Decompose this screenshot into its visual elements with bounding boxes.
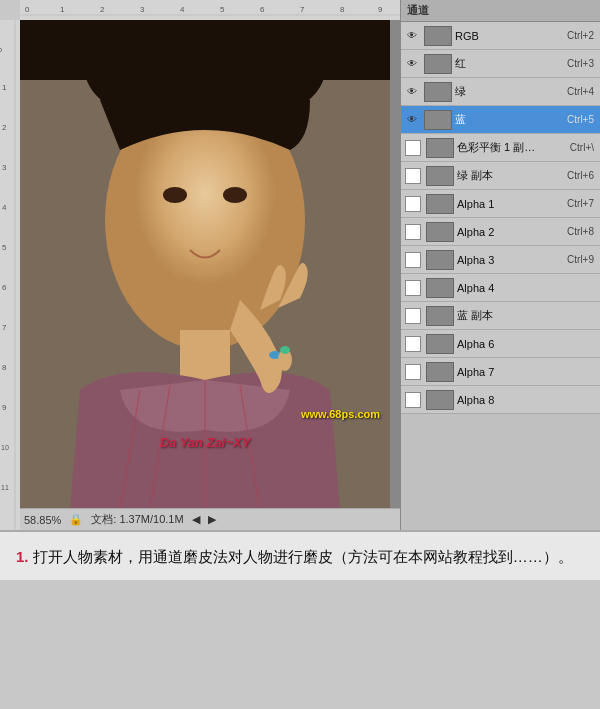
svg-text:4: 4 [2, 203, 7, 212]
channel-row-green-copy[interactable]: 绿 副本 Ctrl+6 [401, 162, 600, 190]
channel-thumb [426, 138, 454, 158]
channel-shortcut: Ctrl+3 [567, 58, 594, 69]
svg-text:9: 9 [378, 5, 383, 14]
instruction-number: 1. [16, 548, 29, 565]
panel-header: 通道 [401, 0, 600, 22]
channel-row-color-balance[interactable]: 色彩平衡 1 副… Ctrl+\ [401, 134, 600, 162]
svg-text:7: 7 [300, 5, 305, 14]
bottom-section: 1. 打开人物素材，用通道磨皮法对人物进行磨皮（方法可在本网站教程找到……）。 [0, 530, 600, 580]
svg-text:8: 8 [2, 363, 7, 372]
svg-text:0: 0 [0, 47, 4, 52]
svg-text:7: 7 [2, 323, 7, 332]
zoom-level: 58.85% [24, 514, 61, 526]
channel-row-green[interactable]: 👁 绿 Ctrl+4 [401, 78, 600, 106]
channel-name: RGB [455, 30, 567, 42]
channel-checkbox[interactable] [405, 252, 421, 268]
channel-thumb [426, 278, 454, 298]
svg-text:4: 4 [180, 5, 185, 14]
eye-icon[interactable]: 👁 [403, 83, 421, 101]
channel-row-alpha6[interactable]: Alpha 6 [401, 330, 600, 358]
top-section: 0 1 2 3 4 5 6 7 8 9 0 1 2 3 4 5 [0, 0, 600, 530]
channel-checkbox[interactable] [405, 336, 421, 352]
channel-row-alpha7[interactable]: Alpha 7 [401, 358, 600, 386]
channel-thumb [424, 110, 452, 130]
channel-checkbox[interactable] [405, 392, 421, 408]
svg-text:11: 11 [1, 484, 9, 491]
photo-container: www.68ps.com Da Yan Zai~XY [20, 20, 390, 510]
channel-checkbox[interactable] [405, 168, 421, 184]
channel-name: 蓝 [455, 112, 567, 127]
channel-row-rgb[interactable]: 👁 RGB Ctrl+2 [401, 22, 600, 50]
svg-text:9: 9 [2, 403, 7, 412]
channel-thumb [424, 26, 452, 46]
svg-text:3: 3 [2, 163, 7, 172]
channel-row-alpha8[interactable]: Alpha 8 [401, 386, 600, 414]
channel-checkbox[interactable] [405, 196, 421, 212]
channel-name: Alpha 4 [457, 282, 594, 294]
svg-text:3: 3 [140, 5, 145, 14]
channel-row-alpha1[interactable]: Alpha 1 Ctrl+7 [401, 190, 600, 218]
channel-name: Alpha 3 [457, 254, 567, 266]
channel-checkbox[interactable] [405, 308, 421, 324]
channel-thumb [426, 306, 454, 326]
channel-thumb [426, 390, 454, 410]
channel-shortcut: Ctrl+\ [570, 142, 594, 153]
channel-thumb [426, 250, 454, 270]
channel-thumb [426, 194, 454, 214]
eye-icon[interactable]: 👁 [403, 55, 421, 73]
channel-name: 蓝 副本 [457, 308, 594, 323]
nav-arrow-right[interactable]: ▶ [208, 513, 216, 526]
channel-row-alpha2[interactable]: Alpha 2 Ctrl+8 [401, 218, 600, 246]
eye-icon[interactable]: 👁 [403, 27, 421, 45]
instruction-paragraph: 1. 打开人物素材，用通道磨皮法对人物进行磨皮（方法可在本网站教程找到……）。 [16, 544, 584, 570]
channel-row-blue-copy[interactable]: 蓝 副本 [401, 302, 600, 330]
channel-shortcut: Ctrl+8 [567, 226, 594, 237]
svg-text:2: 2 [100, 5, 105, 14]
channel-checkbox[interactable] [405, 224, 421, 240]
svg-text:6: 6 [260, 5, 265, 14]
channel-shortcut: Ctrl+7 [567, 198, 594, 209]
channel-thumb [424, 82, 452, 102]
svg-text:10: 10 [1, 444, 9, 451]
site-watermark: www.68ps.com [301, 408, 380, 420]
channel-shortcut: Ctrl+6 [567, 170, 594, 181]
channel-checkbox[interactable] [405, 364, 421, 380]
channels-panel: 通道 👁 RGB Ctrl+2 👁 红 Ctrl+3 👁 绿 Ctrl+4 👁 [400, 0, 600, 530]
channel-shortcut: Ctrl+2 [567, 30, 594, 41]
file-size: 文档: 1.37M/10.1M [91, 512, 183, 527]
svg-point-30 [163, 187, 187, 203]
channel-shortcut: Ctrl+4 [567, 86, 594, 97]
svg-text:5: 5 [220, 5, 225, 14]
svg-point-40 [280, 346, 290, 354]
channel-name: 绿 [455, 84, 567, 99]
svg-point-31 [223, 187, 247, 203]
channel-row-alpha4[interactable]: Alpha 4 [401, 274, 600, 302]
svg-text:1: 1 [2, 83, 7, 92]
status-bar: 58.85% 🔒 文档: 1.37M/10.1M ◀ ▶ [20, 508, 400, 530]
channel-name: Alpha 7 [457, 366, 594, 378]
eye-icon[interactable]: 👁 [403, 111, 421, 129]
channel-row-red[interactable]: 👁 红 Ctrl+3 [401, 50, 600, 78]
nav-arrow-left[interactable]: ◀ [192, 513, 200, 526]
svg-text:5: 5 [2, 243, 7, 252]
channel-row-alpha3[interactable]: Alpha 3 Ctrl+9 [401, 246, 600, 274]
ruler-left: 0 1 2 3 4 5 6 7 8 9 10 11 [0, 20, 20, 530]
panel-title: 通道 [407, 3, 429, 18]
channel-name: Alpha 6 [457, 338, 594, 350]
channel-shortcut: Ctrl+5 [567, 114, 594, 125]
channel-name: Alpha 2 [457, 226, 567, 238]
channel-thumb [426, 166, 454, 186]
channel-checkbox[interactable] [405, 140, 421, 156]
channel-name: 红 [455, 56, 567, 71]
channel-thumb [426, 222, 454, 242]
svg-text:6: 6 [2, 283, 7, 292]
channel-name: 色彩平衡 1 副… [457, 140, 570, 155]
channel-thumb [426, 334, 454, 354]
channel-row-blue[interactable]: 👁 蓝 Ctrl+5 [401, 106, 600, 134]
status-icon: 🔒 [69, 513, 83, 526]
svg-text:2: 2 [2, 123, 7, 132]
channel-checkbox[interactable] [405, 280, 421, 296]
channel-name: 绿 副本 [457, 168, 567, 183]
svg-text:1: 1 [60, 5, 65, 14]
canvas-area: 0 1 2 3 4 5 6 7 8 9 0 1 2 3 4 5 [0, 0, 400, 530]
